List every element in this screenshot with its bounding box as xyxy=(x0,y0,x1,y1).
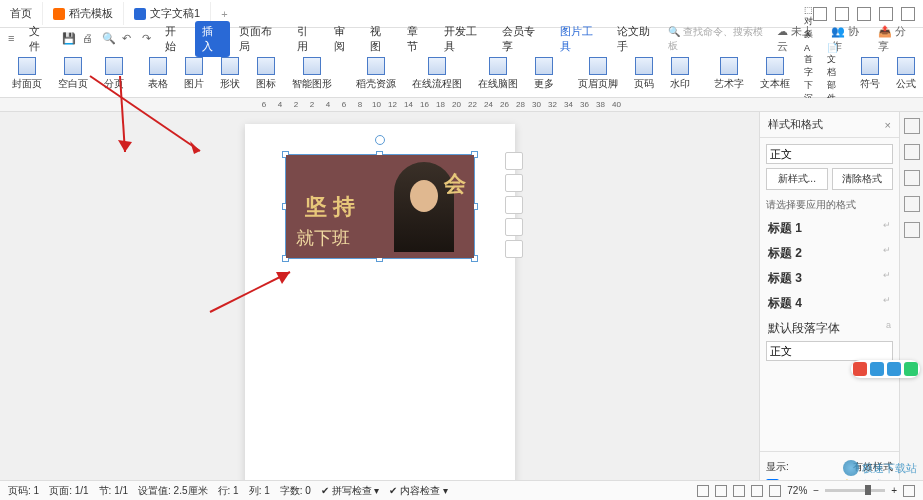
rib-coverpage[interactable]: 封面页 xyxy=(6,55,48,93)
rib-pagenum[interactable]: 页码 xyxy=(628,55,660,93)
canvas[interactable]: 坚 持 会 就下班 xyxy=(0,112,759,500)
rib-resources[interactable]: 稻壳资源 xyxy=(350,55,402,93)
sb-docfix[interactable]: ✔ 内容检查 ▾ xyxy=(389,484,448,498)
more-options-icon[interactable] xyxy=(505,240,523,258)
watermark: 极速下载站 xyxy=(843,460,917,476)
rib-wordart[interactable]: 艺术字 xyxy=(708,55,750,93)
style-heading1[interactable]: 标题 1↵ xyxy=(766,216,893,241)
view-print-icon[interactable] xyxy=(751,485,763,497)
fullscreen-icon[interactable] xyxy=(903,485,915,497)
zoom-in[interactable]: + xyxy=(891,485,897,496)
style-default-font[interactable]: 默认段落字体a xyxy=(766,316,893,341)
sb-line[interactable]: 行: 1 xyxy=(218,484,239,498)
zoom-out[interactable]: − xyxy=(813,485,819,496)
flowchart-icon xyxy=(428,57,446,75)
preview-icon[interactable]: 🔍 xyxy=(102,32,116,46)
style-heading2[interactable]: 标题 2↵ xyxy=(766,241,893,266)
ruler[interactable]: 642 246 81012 141618 202224 262830 32343… xyxy=(0,98,923,112)
menu-insert[interactable]: 插入 xyxy=(195,21,230,57)
undo-icon[interactable]: ↶ xyxy=(122,32,136,46)
rib-object[interactable]: ⬚ 对象 xyxy=(804,5,815,41)
rotate-handle[interactable] xyxy=(375,135,385,145)
properties-icon[interactable] xyxy=(904,118,920,134)
layout-options-icon[interactable] xyxy=(505,152,523,170)
app-icon[interactable] xyxy=(835,7,849,21)
menu-member[interactable]: 会员专享 xyxy=(495,21,551,57)
resources-icon xyxy=(367,57,385,75)
body-style-input[interactable] xyxy=(766,341,893,361)
rib-symbol[interactable]: 符号 xyxy=(854,55,886,93)
file-menu[interactable]: 文件 xyxy=(23,22,56,56)
print-icon[interactable]: 🖨 xyxy=(82,32,96,46)
sb-pagenum[interactable]: 页码: 1 xyxy=(8,484,39,498)
rib-shape[interactable]: 形状 xyxy=(214,55,246,93)
menu-icon[interactable]: ≡ xyxy=(8,32,21,46)
ai-red-icon[interactable] xyxy=(853,362,867,376)
panel-close-icon[interactable]: × xyxy=(885,119,891,131)
rib-icon[interactable]: 图标 xyxy=(250,55,282,93)
page[interactable]: 坚 持 会 就下班 xyxy=(245,124,515,500)
menu-pictools[interactable]: 图片工具 xyxy=(553,21,609,57)
menu-layout[interactable]: 页面布局 xyxy=(232,21,288,57)
replace-icon[interactable] xyxy=(505,218,523,236)
rib-mindmap[interactable]: 在线脑图 xyxy=(472,55,524,93)
shapes-icon[interactable] xyxy=(904,170,920,186)
chart-icon[interactable] xyxy=(904,196,920,212)
rib-flowchart[interactable]: 在线流程图 xyxy=(406,55,468,93)
rib-headerfooter[interactable]: 页眉页脚 xyxy=(572,55,624,93)
rib-equation[interactable]: 公式 xyxy=(890,55,922,93)
rib-watermark[interactable]: 水印 xyxy=(664,55,696,93)
rib-smartart[interactable]: 智能图形 xyxy=(286,55,338,93)
maximize-icon[interactable] xyxy=(879,7,893,21)
redo-icon[interactable]: ↷ xyxy=(142,32,156,46)
settings-icon[interactable] xyxy=(904,222,920,238)
current-style-input[interactable] xyxy=(766,144,893,164)
zoom-value[interactable]: 72% xyxy=(787,485,807,496)
rib-dropcap[interactable]: A 首字下沉 xyxy=(804,43,815,105)
crop-icon[interactable] xyxy=(505,174,523,192)
view-outline-icon[interactable] xyxy=(715,485,727,497)
view-read-icon[interactable] xyxy=(769,485,781,497)
rib-blankpage[interactable]: 空白页 xyxy=(52,55,94,93)
menu-ref[interactable]: 引用 xyxy=(290,21,325,57)
template-icon xyxy=(53,8,65,20)
share-button[interactable]: 📤 分享 xyxy=(878,24,915,54)
rib-picture[interactable]: 图片 xyxy=(178,55,210,93)
menu-dev[interactable]: 开发工具 xyxy=(437,21,493,57)
rib-textbox[interactable]: 文本框 xyxy=(754,55,796,93)
menu-view[interactable]: 视图 xyxy=(363,21,398,57)
rib-pagebreak[interactable]: 分页 xyxy=(98,55,130,93)
workspace: 坚 持 会 就下班 样式 xyxy=(0,112,923,500)
new-style-button[interactable]: 新样式... xyxy=(766,168,828,190)
sb-chars[interactable]: 字数: 0 xyxy=(280,484,311,498)
view-web-icon[interactable] xyxy=(733,485,745,497)
rotate-icon[interactable] xyxy=(505,196,523,214)
select-icon[interactable] xyxy=(904,144,920,160)
show-label: 显示: xyxy=(766,460,789,474)
close-icon[interactable] xyxy=(901,7,915,21)
search-box[interactable]: 🔍 查找命令、搜索模板 xyxy=(668,25,767,53)
sb-section[interactable]: 节: 1/1 xyxy=(99,484,128,498)
rib-docparts[interactable]: 📄 文档部件 xyxy=(827,43,838,105)
ai-blue-icon[interactable] xyxy=(870,362,884,376)
sb-col[interactable]: 列: 1 xyxy=(249,484,270,498)
clear-format-button[interactable]: 清除格式 xyxy=(832,168,894,190)
selected-image[interactable]: 坚 持 会 就下班 xyxy=(285,154,475,259)
style-heading4[interactable]: 标题 4↵ xyxy=(766,291,893,316)
sb-pos[interactable]: 设置值: 2.5厘米 xyxy=(138,484,207,498)
ai-green-icon[interactable] xyxy=(904,362,918,376)
zoom-slider[interactable] xyxy=(825,489,885,492)
save-icon[interactable]: 💾 xyxy=(62,32,76,46)
rib-table[interactable]: 表格 xyxy=(142,55,174,93)
minimize-icon[interactable] xyxy=(857,7,871,21)
menu-review[interactable]: 审阅 xyxy=(327,21,362,57)
style-heading3[interactable]: 标题 3↵ xyxy=(766,266,893,291)
menu-start[interactable]: 开始 xyxy=(158,21,193,57)
view-normal-icon[interactable] xyxy=(697,485,709,497)
ai-voice-icon[interactable] xyxy=(887,362,901,376)
rib-more[interactable]: 更多 xyxy=(528,55,560,93)
sb-pages[interactable]: 页面: 1/1 xyxy=(49,484,88,498)
menu-thesis[interactable]: 论文助手 xyxy=(610,21,666,57)
sb-spell[interactable]: ✔ 拼写检查 ▾ xyxy=(321,484,380,498)
menu-section[interactable]: 章节 xyxy=(400,21,435,57)
